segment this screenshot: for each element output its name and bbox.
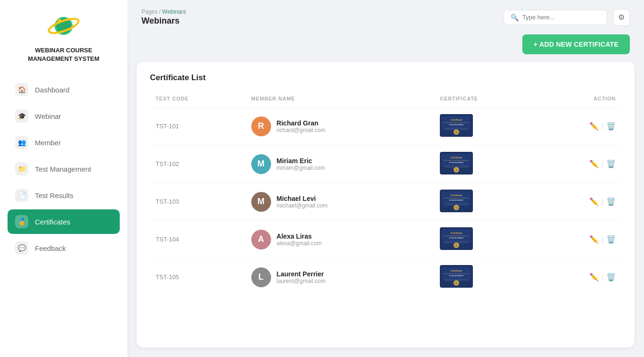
cell-member-name: R Richard Gran richard@gmail.com bbox=[246, 108, 435, 145]
col-member-name: MEMBER NAME bbox=[246, 92, 435, 108]
edit-icon[interactable]: ✏️ bbox=[589, 235, 599, 244]
svg-text:★: ★ bbox=[455, 282, 457, 284]
svg-text:Certificate: Certificate bbox=[451, 269, 462, 272]
edit-icon[interactable]: ✏️ bbox=[589, 159, 599, 168]
member-avatar: L bbox=[251, 267, 271, 287]
member-email: alexa@gmail.com bbox=[277, 240, 322, 247]
dashboard-icon: 🏠 bbox=[15, 83, 28, 96]
cell-certificate: Certificate OF ACHIEVEMENT ★ bbox=[434, 145, 540, 183]
cell-action: ✏️ | 🗑️ bbox=[541, 183, 621, 221]
table-row: TST-104 A Alexa Liras alexa@gmail.com Ce… bbox=[150, 221, 621, 258]
add-button-row: + ADD NEW CERTIFICATE bbox=[137, 34, 635, 62]
test-results-icon: 📄 bbox=[15, 189, 28, 202]
cell-test-code: TST-103 bbox=[150, 183, 246, 221]
member-info: Laurent Perrier laurent@gmail.com bbox=[277, 270, 326, 284]
sidebar-item-certificates[interactable]: 🏅 Certificates bbox=[8, 209, 120, 234]
action-separator: | bbox=[602, 123, 603, 130]
cell-action: ✏️ | 🗑️ bbox=[541, 221, 621, 258]
svg-text:★: ★ bbox=[455, 207, 457, 209]
member-avatar: R bbox=[251, 116, 271, 136]
certificate-thumbnail: Certificate OF ACHIEVEMENT ★ bbox=[440, 152, 473, 174]
member-info: Miriam Eric miriam@gmail.com bbox=[277, 157, 325, 171]
edit-icon[interactable]: ✏️ bbox=[589, 197, 599, 206]
delete-icon[interactable]: 🗑️ bbox=[606, 197, 616, 206]
member-info: Alexa Liras alexa@gmail.com bbox=[277, 232, 322, 247]
svg-text:★: ★ bbox=[455, 169, 457, 171]
cell-action: ✏️ | 🗑️ bbox=[541, 258, 621, 296]
table-row: TST-102 M Miriam Eric miriam@gmail.com C… bbox=[150, 145, 621, 183]
svg-text:Certificate: Certificate bbox=[451, 232, 462, 234]
sidebar-label-test-results: Test Results bbox=[35, 191, 74, 199]
member-email: miriam@gmail.com bbox=[277, 165, 325, 171]
app-title: Webinar Course Management System bbox=[28, 46, 99, 63]
topbar-right: 🔍 ⚙ bbox=[504, 9, 630, 26]
settings-button[interactable]: ⚙ bbox=[613, 9, 630, 26]
certificate-thumbnail: Certificate OF ACHIEVEMENT ★ bbox=[440, 114, 473, 137]
delete-icon[interactable]: 🗑️ bbox=[606, 273, 616, 282]
sidebar-item-test-management[interactable]: 📁 Test Management bbox=[8, 157, 120, 181]
svg-text:Certificate: Certificate bbox=[451, 156, 462, 159]
svg-text:Certificate: Certificate bbox=[451, 118, 462, 121]
search-icon: 🔍 bbox=[511, 14, 519, 21]
col-certificate: CERTIFICATE bbox=[434, 92, 540, 108]
sidebar-label-certificates: Certificates bbox=[35, 218, 70, 226]
table-row: TST-103 M Michael Levi michael@gmail.com… bbox=[150, 183, 621, 221]
certificate-thumbnail: Certificate OF ACHIEVEMENT ★ bbox=[440, 227, 473, 250]
cell-member-name: L Laurent Perrier laurent@gmail.com bbox=[246, 258, 435, 296]
member-name: Michael Levi bbox=[277, 195, 328, 202]
action-separator: | bbox=[602, 236, 603, 243]
col-action: ACTION bbox=[541, 92, 621, 108]
sidebar-item-feedback[interactable]: 💬 Feedback bbox=[8, 236, 120, 260]
logo-icon bbox=[47, 9, 80, 42]
edit-icon[interactable]: ✏️ bbox=[589, 273, 599, 282]
breadcrumb-trail: Pages / Webinars bbox=[141, 8, 186, 15]
sidebar-label-feedback: Feedback bbox=[35, 244, 66, 252]
breadcrumb: Pages / Webinars Webinars bbox=[141, 8, 186, 26]
member-icon: 👥 bbox=[15, 136, 28, 149]
certificate-thumbnail: Certificate OF ACHIEVEMENT ★ bbox=[440, 190, 473, 212]
delete-icon[interactable]: 🗑️ bbox=[606, 122, 616, 131]
member-email: richard@gmail.com bbox=[277, 127, 326, 133]
cell-test-code: TST-101 bbox=[150, 108, 246, 145]
search-bar[interactable]: 🔍 bbox=[504, 10, 607, 25]
svg-text:Certificate: Certificate bbox=[451, 194, 462, 197]
page-title: Webinars bbox=[141, 16, 186, 26]
sidebar-item-test-results[interactable]: 📄 Test Results bbox=[8, 183, 120, 208]
certificate-list-card: Certificate List TEST CODE MEMBER NAME C… bbox=[137, 62, 635, 348]
member-info: Michael Levi michael@gmail.com bbox=[277, 195, 328, 209]
svg-text:★: ★ bbox=[455, 244, 457, 247]
feedback-icon: 💬 bbox=[15, 241, 28, 255]
member-avatar: M bbox=[251, 192, 271, 212]
member-email: michael@gmail.com bbox=[277, 202, 328, 209]
add-certificate-button[interactable]: + ADD NEW CERTIFICATE bbox=[522, 34, 630, 54]
cell-test-code: TST-104 bbox=[150, 221, 246, 258]
cell-test-code: TST-102 bbox=[150, 145, 246, 183]
action-separator: | bbox=[602, 198, 603, 206]
sidebar-item-dashboard[interactable]: 🏠 Dashboard bbox=[8, 77, 120, 102]
cell-action: ✏️ | 🗑️ bbox=[541, 108, 621, 145]
sidebar-label-webinar: Webinar bbox=[35, 112, 61, 120]
member-name: Laurent Perrier bbox=[277, 270, 326, 278]
content-area: + ADD NEW CERTIFICATE Certificate List T… bbox=[127, 34, 644, 357]
webinar-icon: 🎓 bbox=[15, 109, 28, 123]
test-management-icon: 📁 bbox=[15, 162, 28, 175]
member-name: Alexa Liras bbox=[277, 232, 322, 240]
cell-member-name: M Michael Levi michael@gmail.com bbox=[246, 183, 435, 221]
cell-certificate: Certificate OF ACHIEVEMENT ★ bbox=[434, 258, 540, 296]
search-input[interactable] bbox=[522, 14, 600, 21]
member-email: laurent@gmail.com bbox=[277, 278, 326, 284]
member-name: Richard Gran bbox=[277, 119, 326, 127]
cell-certificate: Certificate OF ACHIEVEMENT ★ bbox=[434, 108, 540, 145]
svg-text:OF ACHIEVEMENT: OF ACHIEVEMENT bbox=[449, 124, 464, 126]
main-area: Pages / Webinars Webinars 🔍 ⚙ + ADD NEW … bbox=[127, 0, 644, 357]
sidebar-item-webinar[interactable]: 🎓 Webinar bbox=[8, 104, 120, 128]
delete-icon[interactable]: 🗑️ bbox=[606, 235, 616, 244]
sidebar-label-member: Member bbox=[35, 139, 61, 147]
edit-icon[interactable]: ✏️ bbox=[589, 122, 599, 131]
sidebar: Webinar Course Management System 🏠 Dashb… bbox=[0, 0, 127, 357]
delete-icon[interactable]: 🗑️ bbox=[606, 159, 616, 168]
certificate-table: TEST CODE MEMBER NAME CERTIFICATE ACTION… bbox=[150, 92, 621, 296]
sidebar-label-test-management: Test Management bbox=[35, 165, 91, 173]
certificate-list-title: Certificate List bbox=[150, 73, 621, 83]
sidebar-item-member[interactable]: 👥 Member bbox=[8, 130, 120, 155]
